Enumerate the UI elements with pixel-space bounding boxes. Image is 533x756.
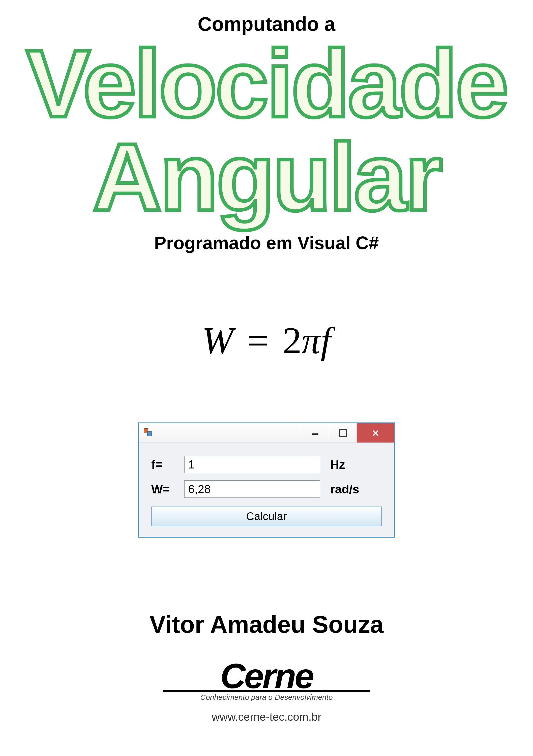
brand-name: Cerne bbox=[220, 661, 313, 691]
close-button[interactable]: × bbox=[356, 423, 394, 443]
formula-lhs: W bbox=[202, 319, 234, 361]
form-row: f= Hz bbox=[151, 456, 382, 473]
form-body: f= Hz W= rad/s Calcular bbox=[139, 443, 394, 537]
maximize-button[interactable] bbox=[329, 423, 356, 443]
calculate-button[interactable]: Calcular bbox=[151, 506, 382, 526]
formula-pi: π bbox=[301, 319, 321, 361]
subtitle-text: Programado em Visual C# bbox=[154, 232, 379, 253]
publisher-logo: Cerne Conhecimento para o Desenvolviment… bbox=[163, 661, 370, 723]
title-line-2: Angular bbox=[93, 132, 440, 223]
svg-rect-0 bbox=[339, 429, 347, 437]
formula: W = 2πf bbox=[202, 319, 331, 362]
label-omega: W= bbox=[151, 482, 184, 496]
formula-var: f bbox=[321, 319, 331, 361]
author-name: Vitor Amadeu Souza bbox=[150, 610, 383, 638]
brand-website: www.cerne-tec.com.br bbox=[211, 711, 321, 723]
form-row: W= rad/s bbox=[151, 480, 382, 498]
input-omega[interactable] bbox=[184, 480, 320, 498]
app-window: – × f= Hz W= rad/s Calcular bbox=[138, 422, 395, 537]
minimize-button[interactable]: – bbox=[301, 423, 329, 443]
book-cover: Computando a Velocidade Angular Programa… bbox=[0, 0, 533, 756]
formula-coef: 2 bbox=[283, 319, 301, 361]
input-frequency[interactable] bbox=[184, 456, 320, 473]
title-line-1: Velocidade bbox=[26, 38, 507, 129]
unit-rads: rad/s bbox=[330, 482, 359, 496]
app-icon bbox=[143, 428, 152, 438]
window-titlebar[interactable]: – × bbox=[139, 423, 394, 443]
formula-equals: = bbox=[247, 319, 269, 361]
label-frequency: f= bbox=[151, 458, 184, 472]
unit-hz: Hz bbox=[330, 458, 345, 472]
window-controls: – × bbox=[301, 423, 394, 443]
